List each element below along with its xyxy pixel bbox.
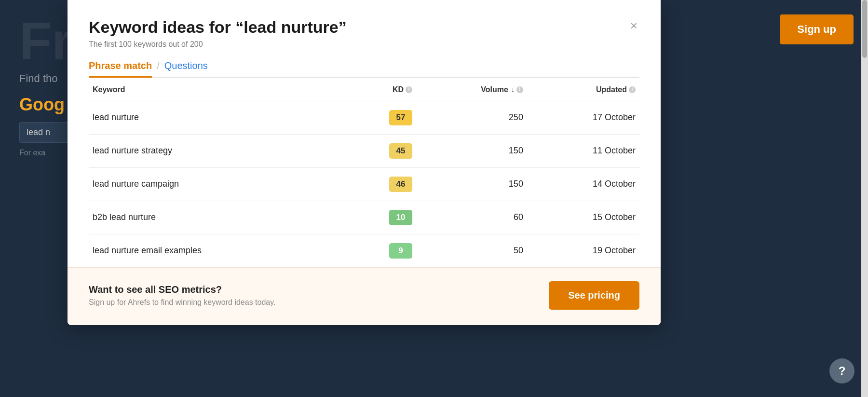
tab-phrase-match[interactable]: Phrase match bbox=[89, 60, 152, 78]
table-row: lead nurture5725017 October bbox=[89, 101, 639, 134]
table-row: lead nurture email examples95019 October bbox=[89, 234, 639, 267]
header-row: Keyword KD i Volume ↓ i bbox=[89, 78, 639, 101]
bg-subtitle: Find tho bbox=[19, 72, 58, 85]
cell-volume: 250 bbox=[416, 101, 527, 134]
cell-updated: 11 October bbox=[527, 134, 639, 167]
cell-keyword: lead nurture bbox=[89, 101, 348, 134]
bg-google-label: Goog bbox=[19, 95, 65, 115]
updated-info-icon[interactable]: i bbox=[629, 86, 636, 93]
modal-header: Keyword ideas for “lead nurture” × bbox=[89, 17, 639, 37]
cell-kd: 57 bbox=[348, 101, 416, 134]
sign-up-button[interactable]: Sign up bbox=[780, 14, 854, 44]
modal-subtitle: The first 100 keywords out of 200 bbox=[89, 40, 639, 49]
keyword-ideas-modal: Keyword ideas for “lead nurture” × The f… bbox=[68, 0, 661, 325]
volume-info-icon[interactable]: i bbox=[516, 86, 523, 93]
footer-text-block: Want to see all SEO metrics? Sign up for… bbox=[89, 284, 275, 307]
cell-updated: 15 October bbox=[527, 201, 639, 234]
see-pricing-button[interactable]: See pricing bbox=[549, 281, 639, 310]
table-body: lead nurture5725017 Octoberlead nurture … bbox=[89, 101, 639, 267]
col-header-updated: Updated i bbox=[527, 78, 639, 101]
table-row: lead nurture strategy4515011 October bbox=[89, 134, 639, 167]
volume-sort-icon[interactable]: ↓ bbox=[511, 86, 515, 94]
keyword-table: Keyword KD i Volume ↓ i bbox=[89, 78, 639, 267]
cell-volume: 150 bbox=[416, 134, 527, 167]
scrollbar-thumb[interactable] bbox=[862, 0, 867, 58]
kd-badge: 57 bbox=[389, 110, 412, 125]
bg-for-example: For exa bbox=[19, 149, 45, 157]
kd-badge: 46 bbox=[389, 177, 412, 192]
cell-keyword: lead nurture email examples bbox=[89, 234, 348, 267]
table-row: b2b lead nurture106015 October bbox=[89, 201, 639, 234]
cell-kd: 10 bbox=[348, 201, 416, 234]
kd-info-icon[interactable]: i bbox=[406, 86, 412, 93]
cell-kd: 46 bbox=[348, 167, 416, 201]
footer-sub-text: Sign up for Ahrefs to find winning keywo… bbox=[89, 298, 275, 307]
scrollbar-track[interactable] bbox=[861, 0, 868, 397]
tab-divider: / bbox=[152, 60, 164, 76]
cell-keyword: lead nurture campaign bbox=[89, 167, 348, 201]
table-row: lead nurture campaign4615014 October bbox=[89, 167, 639, 201]
table-header: Keyword KD i Volume ↓ i bbox=[89, 78, 639, 101]
close-button[interactable]: × bbox=[628, 19, 639, 32]
cell-kd: 9 bbox=[348, 234, 416, 267]
cell-kd: 45 bbox=[348, 134, 416, 167]
cell-updated: 14 October bbox=[527, 167, 639, 201]
cell-updated: 19 October bbox=[527, 234, 639, 267]
col-header-kd: KD i bbox=[348, 78, 416, 101]
bg-big-text: Fr bbox=[19, 14, 72, 68]
tab-questions[interactable]: Questions bbox=[164, 60, 208, 76]
cell-keyword: b2b lead nurture bbox=[89, 201, 348, 234]
cell-keyword: lead nurture strategy bbox=[89, 134, 348, 167]
cell-volume: 60 bbox=[416, 201, 527, 234]
modal-footer: Want to see all SEO metrics? Sign up for… bbox=[68, 267, 661, 325]
cell-updated: 17 October bbox=[527, 101, 639, 134]
cell-volume: 50 bbox=[416, 234, 527, 267]
kd-badge: 9 bbox=[389, 243, 412, 259]
cell-volume: 150 bbox=[416, 167, 527, 201]
col-header-volume: Volume ↓ i bbox=[416, 78, 527, 101]
footer-main-text: Want to see all SEO metrics? bbox=[89, 284, 275, 295]
help-button[interactable]: ? bbox=[829, 358, 854, 383]
modal-title: Keyword ideas for “lead nurture” bbox=[89, 17, 347, 37]
kd-badge: 10 bbox=[389, 210, 412, 225]
kd-badge: 45 bbox=[389, 143, 412, 159]
tabs-container: Phrase match / Questions bbox=[89, 60, 639, 78]
col-header-keyword: Keyword bbox=[89, 78, 348, 101]
